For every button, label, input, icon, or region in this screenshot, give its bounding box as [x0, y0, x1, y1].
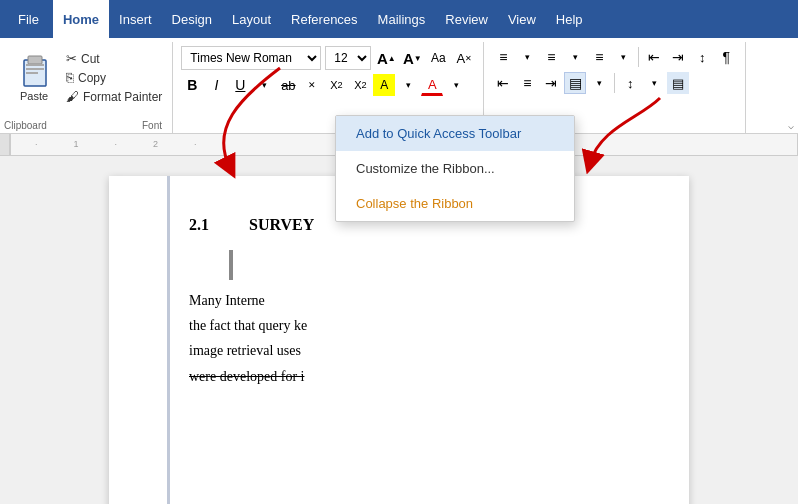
more-strikethrough-button[interactable]: ✕ — [301, 74, 323, 96]
font-row1: Times New Roman 12 A▲ A▼ Aa A✕ — [181, 46, 475, 70]
cut-button[interactable]: ✂ Cut — [64, 50, 164, 67]
paste-icon — [16, 48, 52, 90]
strikethrough-button[interactable]: ab — [277, 74, 299, 96]
numbering-dropdown[interactable]: ▾ — [564, 46, 586, 68]
show-formatting-button[interactable]: ¶ — [715, 46, 737, 68]
bullets-dropdown[interactable]: ▾ — [516, 46, 538, 68]
format-painter-icon: 🖌 — [66, 89, 79, 104]
clipboard-label: Clipboard — [4, 120, 47, 131]
font-size-select[interactable]: 12 — [325, 46, 371, 70]
align-left-button[interactable]: ⇤ — [492, 72, 514, 94]
font-color-dropdown[interactable]: ▾ — [397, 74, 419, 96]
menu-design[interactable]: Design — [162, 0, 222, 38]
clear-formatting-button[interactable]: A✕ — [453, 47, 475, 69]
multilevel-dropdown[interactable]: ▾ — [612, 46, 634, 68]
font-color-button[interactable]: A — [421, 74, 443, 96]
multilevel-button[interactable]: ≡ — [588, 46, 610, 68]
sort-button[interactable]: ↕ — [691, 46, 713, 68]
grow-font-button[interactable]: A▲ — [375, 47, 397, 69]
copy-button[interactable]: ⎘ Copy — [64, 69, 164, 86]
section-bar — [229, 250, 233, 280]
menu-insert[interactable]: Insert — [109, 0, 162, 38]
para-divider1 — [638, 47, 639, 67]
clipboard-expand-icon[interactable]: ⌵ — [788, 120, 794, 131]
scissors-icon: ✂ — [66, 51, 77, 66]
subscript-button[interactable]: X2 — [325, 74, 347, 96]
menu-mailings[interactable]: Mailings — [368, 0, 436, 38]
text-highlight-button[interactable]: A — [373, 74, 395, 96]
font-row2: B I U ▾ ab ✕ X2 X2 A ▾ A ▾ — [181, 74, 475, 96]
cut-label: Cut — [81, 52, 100, 66]
font-label: Font — [142, 120, 162, 131]
clipboard-right: ✂ Cut ⎘ Copy 🖌 Format Painter — [64, 46, 164, 105]
paste-label: Paste — [20, 90, 48, 102]
document-page: 2.1 SURVEY Many Interne the fact that qu… — [109, 176, 689, 504]
para-divider2 — [614, 73, 615, 93]
font-name-select[interactable]: Times New Roman — [181, 46, 321, 70]
justify-button[interactable]: ▤ — [564, 72, 586, 94]
font-color-btn-dropdown[interactable]: ▾ — [445, 74, 467, 96]
format-painter-label: Format Painter — [83, 90, 162, 104]
menu-help[interactable]: Help — [546, 0, 593, 38]
menu-bar: File Home Insert Design Layout Reference… — [0, 0, 798, 38]
line-spacing-dropdown[interactable]: ▾ — [643, 72, 665, 94]
underline-button[interactable]: U — [229, 74, 251, 96]
paragraph-text: Many Interne the fact that query ke imag… — [189, 288, 629, 389]
context-collapse-ribbon[interactable]: Collapse the Ribbon — [336, 186, 574, 221]
para-row1: ≡ ▾ ≡ ▾ ≡ ▾ ⇤ ⇥ ↕ ¶ — [492, 46, 737, 68]
context-menu: Add to Quick Access Toolbar Customize th… — [335, 115, 575, 222]
menu-references[interactable]: References — [281, 0, 367, 38]
format-painter-button[interactable]: 🖌 Format Painter — [64, 88, 164, 105]
bold-button[interactable]: B — [181, 74, 203, 96]
heading-number: 2.1 — [189, 216, 209, 234]
text-line2: the fact that query ke — [189, 318, 307, 333]
context-add-to-toolbar[interactable]: Add to Quick Access Toolbar — [336, 116, 574, 151]
menu-layout[interactable]: Layout — [222, 0, 281, 38]
align-right-button[interactable]: ⇥ — [540, 72, 562, 94]
superscript-button[interactable]: X2 — [349, 74, 371, 96]
change-case-button[interactable]: Aa — [427, 47, 449, 69]
numbering-button[interactable]: ≡ — [540, 46, 562, 68]
para-row2: ⇤ ≡ ⇥ ▤ ▾ ↕ ▾ ▤ — [492, 72, 737, 94]
text-line1: Many Interne — [189, 293, 265, 308]
menu-view[interactable]: View — [498, 0, 546, 38]
text-line3: image retrieval uses — [189, 343, 301, 358]
copy-label: Copy — [78, 71, 106, 85]
decrease-indent-button[interactable]: ⇤ — [643, 46, 665, 68]
svg-rect-2 — [26, 64, 44, 66]
shrink-font-button[interactable]: A▼ — [401, 47, 423, 69]
underline-dropdown[interactable]: ▾ — [253, 74, 275, 96]
svg-rect-4 — [26, 72, 38, 74]
svg-rect-3 — [26, 68, 44, 70]
line-spacing-button[interactable]: ↕ — [619, 72, 641, 94]
text-line4: were developed for i — [189, 369, 304, 384]
copy-icon: ⎘ — [66, 70, 74, 85]
menu-review[interactable]: Review — [435, 0, 498, 38]
menu-home[interactable]: Home — [53, 0, 109, 38]
svg-rect-1 — [28, 56, 42, 64]
page-margin-bar — [167, 176, 170, 504]
paste-button[interactable]: Paste — [8, 46, 60, 104]
increase-indent-button[interactable]: ⇥ — [667, 46, 689, 68]
menu-file[interactable]: File — [4, 0, 53, 38]
ruler-margin-left — [0, 134, 10, 155]
shading-button[interactable]: ▤ — [667, 72, 689, 94]
align-center-button[interactable]: ≡ — [516, 72, 538, 94]
italic-button[interactable]: I — [205, 74, 227, 96]
align-dropdown[interactable]: ▾ — [588, 72, 610, 94]
bullets-button[interactable]: ≡ — [492, 46, 514, 68]
heading-title: SURVEY — [249, 216, 314, 234]
context-customize-ribbon[interactable]: Customize the Ribbon... — [336, 151, 574, 186]
